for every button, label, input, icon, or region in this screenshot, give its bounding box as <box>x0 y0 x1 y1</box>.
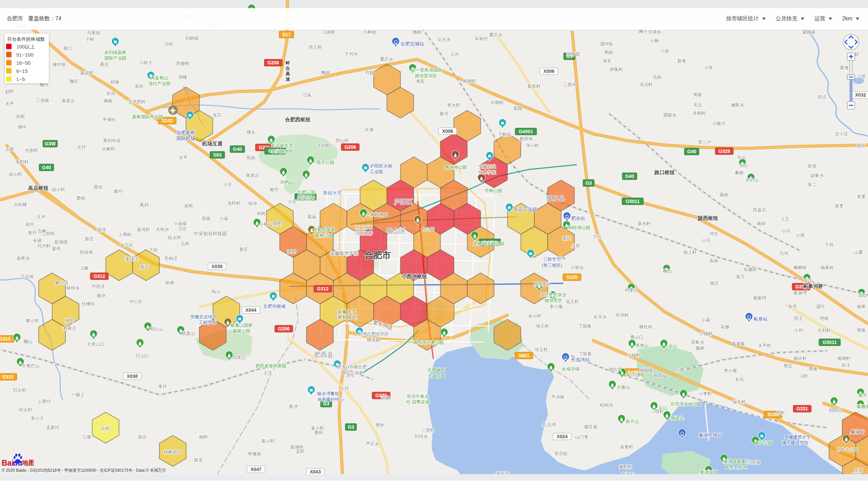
svg-text:马沟: 马沟 <box>780 251 788 256</box>
svg-text:孙冲: 孙冲 <box>557 256 566 261</box>
svg-text:郭岗: 郭岗 <box>246 155 255 160</box>
svg-text:周文: 周文 <box>784 363 792 368</box>
svg-text:G312: G312 <box>94 273 105 279</box>
svg-text:凤凰集: 凤凰集 <box>732 341 745 346</box>
svg-text:袁圩: 袁圩 <box>28 230 37 235</box>
svg-text:小郑: 小郑 <box>571 243 580 248</box>
svg-text:黄时村: 黄时村 <box>619 464 632 469</box>
svg-text:旅游景区: 旅游景区 <box>545 298 562 303</box>
svg-text:庙王村: 庙王村 <box>566 299 579 304</box>
svg-text:何大郢: 何大郢 <box>19 407 32 412</box>
svg-text:X024: X024 <box>557 434 568 439</box>
svg-text:平浒林: 平浒林 <box>551 394 565 400</box>
svg-text:肥西老母鸡家园: 肥西老母鸡家园 <box>256 363 287 368</box>
svg-text:书房郢: 书房郢 <box>25 148 38 153</box>
svg-text:小钱村: 小钱村 <box>699 331 713 336</box>
svg-text:堰头: 堰头 <box>246 129 255 135</box>
svg-text:军颜郢: 军颜郢 <box>744 267 757 272</box>
svg-text:陈老庄: 陈老庄 <box>246 173 259 178</box>
svg-text:袁老庄: 袁老庄 <box>62 98 75 103</box>
svg-text:二咀村: 二咀村 <box>651 409 664 414</box>
svg-text:余郢: 余郢 <box>184 203 193 208</box>
svg-text:凌山洼: 凌山洼 <box>125 256 138 261</box>
svg-text:陶园: 陶园 <box>321 70 330 75</box>
svg-text:东郢村: 东郢村 <box>228 201 241 206</box>
svg-text:照山村: 照山村 <box>336 138 349 143</box>
svg-text:塘头尖: 塘头尖 <box>671 415 684 421</box>
svg-text:王庄: 王庄 <box>263 370 272 375</box>
svg-text:江堰: 江堰 <box>82 434 91 440</box>
svg-text:河洼村: 河洼村 <box>639 82 653 87</box>
svg-text:小马: 小马 <box>701 238 710 243</box>
svg-text:太子山: 太子山 <box>745 177 758 182</box>
svg-text:岗上村: 岗上村 <box>684 250 697 255</box>
svg-text:迎河村: 迎河村 <box>137 227 150 232</box>
svg-text:下岗: 下岗 <box>149 247 158 252</box>
svg-text:军帅圩: 军帅圩 <box>475 36 488 41</box>
svg-text:陇西枢纽: 陇西枢纽 <box>698 215 718 221</box>
svg-text:柿树岗乡: 柿树岗乡 <box>163 449 181 454</box>
svg-text:遗址公园: 遗址公园 <box>297 196 315 201</box>
svg-text:政阳庙: 政阳庙 <box>654 373 667 378</box>
svg-text:联东U谷南合肥: 联东U谷南合肥 <box>337 364 367 369</box>
svg-text:任槽坊: 任槽坊 <box>81 301 95 306</box>
svg-text:庙王村: 庙王村 <box>733 399 746 404</box>
svg-text:西二环长: 西二环长 <box>355 225 373 230</box>
svg-text:施岗: 施岗 <box>413 29 421 35</box>
svg-text:国际产业园: 国际产业园 <box>104 56 126 61</box>
svg-text:西楼郢: 西楼郢 <box>176 61 190 66</box>
svg-text:李小子: 李小子 <box>31 416 44 421</box>
svg-text:大尖: 大尖 <box>858 392 867 397</box>
svg-text:薛集村: 薛集村 <box>610 67 623 72</box>
svg-text:新库村: 新库村 <box>528 84 541 89</box>
svg-text:西坝塘: 西坝塘 <box>80 250 93 255</box>
svg-text:大树郢: 大树郢 <box>102 146 115 151</box>
svg-text:牛尾巴山: 牛尾巴山 <box>22 363 39 368</box>
svg-text:农业旅游区: 农业旅游区 <box>271 149 293 154</box>
svg-text:下份: 下份 <box>825 242 833 247</box>
svg-text:杨家岭: 杨家岭 <box>821 265 834 270</box>
svg-text:花集乡: 花集乡 <box>691 340 704 345</box>
svg-text:姚郢: 姚郢 <box>65 318 74 323</box>
svg-text:堰中: 堰中 <box>17 124 26 129</box>
svg-text:合肥新桥: 合肥新桥 <box>176 130 195 135</box>
svg-text:孟家圩: 孟家圩 <box>46 425 59 430</box>
svg-text:西王: 西王 <box>794 316 803 321</box>
svg-text:旅游度假区: 旅游度假区 <box>415 73 437 78</box>
svg-text:赵郢: 赵郢 <box>5 89 14 94</box>
svg-text:柘皋河桥: 柘皋河桥 <box>803 283 823 289</box>
svg-text:烔炀镇: 烔炀镇 <box>639 368 653 373</box>
svg-text:G206: G206 <box>344 144 356 150</box>
svg-text:胡岗: 胡岗 <box>257 211 265 216</box>
svg-text:高刘街道: 高刘街道 <box>103 138 121 143</box>
svg-text:赵集乡: 赵集乡 <box>811 173 824 178</box>
svg-text:周岗: 周岗 <box>604 50 613 55</box>
svg-text:肥东站: 肥东站 <box>571 216 585 221</box>
svg-text:庐阳区大杨: 庐阳区大杨 <box>370 163 392 168</box>
svg-text:汪岗村: 汪岗村 <box>322 29 336 35</box>
svg-text:影山: 影山 <box>804 278 813 283</box>
svg-text:凹大郢: 凹大郢 <box>13 388 26 393</box>
svg-text:周公山: 周公山 <box>150 326 163 331</box>
svg-text:路东: 路东 <box>194 458 203 463</box>
svg-text:S242: S242 <box>162 118 173 123</box>
svg-text:小郢子: 小郢子 <box>139 60 153 65</box>
svg-text:梨园: 梨园 <box>513 106 522 111</box>
svg-text:背坎: 背坎 <box>346 373 355 378</box>
svg-text:大圩生态农业: 大圩生态农业 <box>540 292 567 297</box>
svg-text:合树: 合树 <box>38 228 46 233</box>
svg-text:周华: 周华 <box>375 423 384 428</box>
svg-text:童小郢: 童小郢 <box>311 426 324 431</box>
svg-text:上塘岗: 上塘岗 <box>118 232 132 237</box>
svg-text:下书沟: 下书沟 <box>344 52 358 57</box>
svg-text:黄圩: 黄圩 <box>114 189 122 194</box>
svg-text:安徽大学: 安徽大学 <box>337 309 356 314</box>
svg-text:蚌: 蚌 <box>285 60 290 65</box>
svg-text:G40: G40 <box>233 146 242 152</box>
svg-text:梁湾: 梁湾 <box>52 246 60 251</box>
svg-text:团中队: 团中队 <box>600 41 614 46</box>
svg-text:东街: 东街 <box>135 84 143 89</box>
svg-text:葛小郢: 葛小郢 <box>261 439 275 444</box>
svg-text:X006: X006 <box>442 128 453 134</box>
svg-text:代圩村: 代圩村 <box>37 243 51 248</box>
